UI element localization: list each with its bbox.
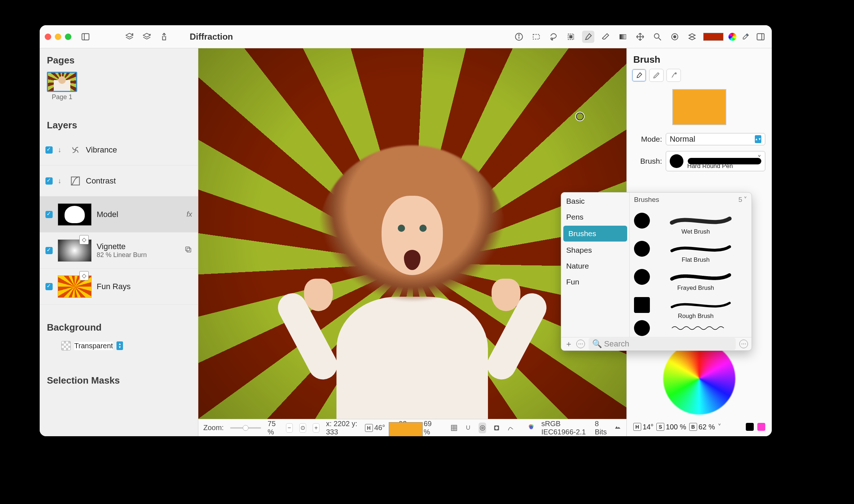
image-info-icon[interactable] — [614, 423, 621, 432]
lasso-icon — [549, 32, 558, 41]
brush-category[interactable]: Fun — [561, 274, 629, 290]
histogram-toggle[interactable] — [507, 423, 515, 433]
background-select[interactable]: Transparent — [74, 342, 113, 350]
zoom-slider[interactable] — [230, 427, 261, 429]
brush-icon — [584, 32, 593, 41]
toggle-right-panel-button[interactable] — [754, 31, 767, 43]
bri-field[interactable]: B62 % — [689, 423, 715, 431]
svg-rect-0 — [82, 34, 89, 40]
chevron-down-icon[interactable]: ˅ — [718, 423, 721, 431]
eyedropper-button[interactable] — [741, 33, 749, 41]
colorspace-label[interactable]: sRGB IEC61966-2.1 — [541, 420, 588, 436]
brush-count[interactable]: 5 ˅ — [738, 195, 747, 204]
background-section-title: Background — [40, 315, 198, 337]
quick-select-tool[interactable] — [565, 31, 577, 43]
brush-item[interactable]: Rough Brush — [630, 291, 752, 319]
brush-category[interactable]: Brushes — [563, 226, 627, 242]
layer-row-contrast[interactable]: ↓ Contrast — [40, 165, 198, 196]
brush-category[interactable]: Pens — [561, 209, 629, 225]
color-wheel[interactable] — [663, 342, 735, 415]
brush-item[interactable] — [630, 319, 752, 337]
layer-visibility-checkbox[interactable] — [45, 146, 53, 154]
brushes-body: Basic Pens Brushes Shapes Nature Fun Bru… — [561, 193, 752, 337]
snap-toggle[interactable] — [464, 423, 472, 433]
brush-more-button[interactable]: ⋯ — [739, 340, 748, 348]
layer-options-button[interactable] — [141, 31, 153, 43]
preview-toggle[interactable] — [479, 423, 486, 433]
swatch-black[interactable] — [746, 423, 754, 431]
color-picker-button[interactable] — [728, 33, 736, 41]
hue-field[interactable]: H14° — [633, 423, 653, 431]
brush-item[interactable]: Frayed Brush — [630, 263, 752, 291]
brush-search-input[interactable]: 🔍 Search — [589, 338, 736, 350]
brush-list: Brushes 5 ˅ Wet Brush Flat Brush Frayed … — [630, 193, 752, 337]
layer-collapse-icon[interactable]: ↓ — [58, 146, 65, 154]
brush-stroke-preview — [654, 301, 747, 309]
gradient-tool[interactable] — [617, 31, 629, 43]
zoom-out-button[interactable]: − — [286, 423, 293, 433]
layer-visibility-checkbox[interactable] — [45, 283, 53, 290]
share-button[interactable] — [158, 31, 170, 43]
add-brush-button[interactable]: ＋ — [565, 339, 573, 349]
foreground-color-swatch[interactable] — [703, 33, 723, 41]
sat-field[interactable]: S100 % — [656, 423, 686, 431]
brush-tool[interactable] — [582, 31, 594, 43]
mask-toggle[interactable] — [493, 423, 500, 433]
page-thumbnail[interactable] — [47, 72, 77, 92]
brush-tab-fancy[interactable] — [666, 69, 681, 82]
brush-category[interactable]: Shapes — [561, 242, 629, 258]
bits-label[interactable]: 8 Bits — [595, 420, 608, 436]
mode-select[interactable]: Normal ▲▼ — [666, 133, 765, 145]
brush-list-header: Brushes 5 ˅ — [630, 193, 752, 207]
stack-tool[interactable] — [686, 31, 698, 43]
brush-tab-brush[interactable] — [632, 69, 646, 82]
layer-row-vignette[interactable]: ◇ Vignette 82 % Linear Burn — [40, 233, 198, 269]
brush-options-button[interactable]: ⋯ — [576, 340, 585, 348]
toggle-left-panel-button[interactable] — [79, 31, 92, 43]
layer-row-model[interactable]: Model fx — [40, 196, 198, 233]
add-layer-button[interactable] — [123, 31, 136, 43]
brush-preset-select[interactable]: Hard Round Pen ˅ — [666, 151, 765, 171]
svg-rect-24 — [187, 248, 191, 252]
colorspace-icon — [528, 423, 535, 432]
layer-visibility-checkbox[interactable] — [45, 211, 53, 218]
layer-mask-thumbnail — [58, 203, 92, 226]
page-label: Page 1 — [47, 93, 77, 101]
stack-icon — [687, 32, 697, 41]
brush-item[interactable]: Wet Brush — [630, 207, 752, 235]
grid-toggle[interactable] — [450, 423, 458, 433]
brush-item[interactable]: Flat Brush — [630, 235, 752, 263]
zoom-reset-button[interactable]: ⊙ — [299, 423, 306, 433]
brush-item-label: Rough Brush — [654, 313, 737, 320]
zoom-in-button[interactable]: + — [313, 423, 320, 433]
move-tool[interactable] — [634, 31, 646, 43]
target-tool[interactable] — [669, 31, 681, 43]
layer-collapse-icon[interactable]: ↓ — [58, 177, 65, 185]
layer-name: Fun Rays — [97, 282, 131, 291]
info-tool[interactable] — [513, 31, 525, 43]
lock-icon[interactable]: ◇ — [79, 271, 89, 280]
fullscreen-window-button[interactable] — [65, 34, 71, 40]
layer-fx-badge[interactable]: fx — [186, 210, 192, 218]
lock-icon[interactable]: ◇ — [79, 235, 89, 244]
zoom-tool[interactable] — [651, 31, 664, 43]
sidebar-left-icon — [81, 32, 90, 41]
close-window-button[interactable] — [45, 34, 51, 40]
layer-visibility-checkbox[interactable] — [45, 247, 53, 254]
brush-tab-pen[interactable] — [649, 69, 664, 82]
layer-link-icon[interactable] — [184, 246, 192, 255]
minimize-window-button[interactable] — [55, 34, 61, 40]
layer-row-vibrance[interactable]: ↓ Vibrance — [40, 134, 198, 165]
brush-category[interactable]: Nature — [561, 258, 629, 274]
eraser-tool[interactable] — [599, 31, 612, 43]
background-stepper[interactable]: ▲▼ — [116, 341, 123, 350]
rect-select-tool[interactable] — [530, 31, 542, 43]
svg-point-33 — [495, 426, 498, 429]
layer-row-funrays[interactable]: ◇ Fun Rays — [40, 269, 198, 305]
brush-category[interactable]: Basic — [561, 193, 629, 209]
layer-visibility-checkbox[interactable] — [45, 177, 53, 185]
swatch-magenta[interactable] — [757, 423, 765, 431]
lasso-tool[interactable] — [547, 31, 560, 43]
spiral-icon — [70, 145, 81, 155]
search-placeholder: Search — [604, 339, 629, 349]
